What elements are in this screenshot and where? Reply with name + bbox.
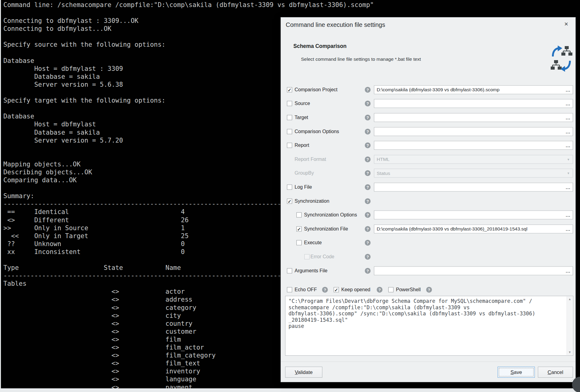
scroll-down-icon[interactable]: ▼ bbox=[567, 350, 573, 355]
arguments-file-checkbox[interactable] bbox=[287, 268, 292, 273]
field-value: D:\comp\sakila (dbfmylast-3309 vs dbfmyl… bbox=[374, 226, 564, 232]
setting-row-arguments-file: Arguments File?... bbox=[281, 264, 575, 278]
section-subtitle: Select command line file settings to man… bbox=[301, 56, 421, 62]
save-button[interactable]: Save bbox=[498, 367, 535, 378]
comparison-options-label: Comparison Options bbox=[295, 129, 339, 134]
groupby-label: GroupBy bbox=[295, 170, 314, 176]
browse-button[interactable]: ... bbox=[564, 101, 573, 106]
keep-opened-checkbox[interactable]: ✓ bbox=[334, 287, 339, 292]
help-icon[interactable]: ? bbox=[365, 87, 371, 93]
error-code-label: Error Code bbox=[310, 254, 334, 260]
source-input[interactable]: ... bbox=[374, 99, 573, 108]
browse-button[interactable]: ... bbox=[564, 115, 573, 120]
help-icon[interactable]: ? bbox=[365, 143, 371, 148]
powershell-checkbox[interactable] bbox=[388, 287, 393, 292]
field-value: HTML bbox=[374, 157, 564, 162]
setting-row-log-file: Log File?... bbox=[281, 180, 575, 194]
browse-button[interactable]: ... bbox=[564, 143, 573, 148]
help-icon[interactable]: ? bbox=[365, 114, 371, 120]
setting-row-report: Report?... bbox=[281, 138, 575, 152]
log-file-label: Log File bbox=[295, 184, 312, 190]
help-icon[interactable]: ? bbox=[365, 184, 371, 190]
check-icon: ✓ bbox=[297, 226, 301, 231]
target-checkbox[interactable] bbox=[287, 115, 292, 120]
browse-button[interactable]: ... bbox=[564, 212, 573, 218]
setting-row-source: Source?... bbox=[281, 97, 575, 111]
arguments-file-label: Arguments File bbox=[295, 268, 328, 274]
synchronization-file-checkbox[interactable]: ✓ bbox=[296, 226, 302, 231]
setting-row-comparison-options: Comparison Options?... bbox=[281, 125, 575, 139]
synchronization-label: Synchronization bbox=[295, 198, 329, 204]
field-value: Status bbox=[374, 170, 564, 176]
browse-button[interactable]: ... bbox=[564, 129, 573, 134]
close-icon[interactable]: × bbox=[562, 20, 571, 28]
help-icon[interactable]: ? bbox=[365, 198, 371, 204]
arguments-file-input[interactable]: ... bbox=[374, 266, 573, 275]
synchronization-options-checkbox[interactable] bbox=[296, 212, 302, 218]
flags-row: Echo OFF ? ✓ Keep opened ? PowerShell ? bbox=[281, 285, 575, 295]
setting-row-error-code: Error Code? bbox=[281, 250, 575, 264]
synchronization-options-input[interactable]: ... bbox=[374, 211, 573, 220]
field-value: D:\comp\sakila (dbfmylast-3309 vs dbfmyl… bbox=[374, 87, 564, 93]
help-icon[interactable]: ? bbox=[365, 268, 371, 274]
execute-label: Execute bbox=[304, 240, 322, 245]
footer-separator bbox=[281, 361, 575, 362]
validate-button[interactable]: Validate bbox=[285, 367, 322, 378]
report-checkbox[interactable] bbox=[287, 143, 292, 148]
report-input[interactable]: ... bbox=[374, 141, 573, 150]
help-icon[interactable]: ? bbox=[365, 254, 371, 260]
browse-button[interactable]: ... bbox=[564, 268, 573, 273]
report-label: Report bbox=[295, 143, 309, 148]
synchronization-file-input[interactable]: D:\comp\sakila (dbfmylast-3309 vs dbfmyl… bbox=[374, 224, 573, 233]
groupby-select: Status▼ bbox=[374, 169, 573, 178]
comparison-project-label: Comparison Project bbox=[295, 87, 338, 93]
comparison-project-input[interactable]: D:\comp\sakila (dbfmylast-3309 vs dbfmyl… bbox=[374, 85, 573, 94]
synchronization-checkbox[interactable]: ✓ bbox=[287, 198, 292, 204]
help-icon[interactable]: ? bbox=[365, 240, 371, 246]
help-icon[interactable]: ? bbox=[365, 226, 371, 232]
report-format-select: HTML▼ bbox=[374, 155, 573, 164]
scroll-up-icon[interactable]: ▲ bbox=[567, 296, 573, 302]
comparison-options-input[interactable]: ... bbox=[374, 127, 573, 136]
execute-checkbox[interactable] bbox=[296, 240, 302, 245]
browse-button[interactable]: ... bbox=[564, 226, 573, 231]
echo-off-checkbox[interactable] bbox=[287, 287, 292, 292]
command-line-settings-dialog: Command line execution file settings × S… bbox=[281, 17, 576, 382]
browse-button[interactable]: ... bbox=[564, 87, 573, 92]
comparison-project-checkbox[interactable]: ✓ bbox=[287, 87, 292, 92]
comparison-options-checkbox[interactable] bbox=[287, 129, 292, 134]
source-label: Source bbox=[295, 101, 310, 106]
browse-button[interactable]: ... bbox=[564, 184, 573, 190]
target-input[interactable]: ... bbox=[374, 113, 573, 122]
synchronization-file-label: Synchronization File bbox=[304, 226, 348, 232]
help-icon[interactable]: ? bbox=[365, 212, 371, 218]
help-icon[interactable]: ? bbox=[365, 156, 371, 162]
help-icon[interactable]: ? bbox=[365, 129, 371, 134]
bat-script-textarea[interactable]: "C:\Program Files\Devart\dbForge Schema … bbox=[285, 296, 573, 356]
bat-script-text: "C:\Program Files\Devart\dbForge Schema … bbox=[285, 296, 573, 331]
log-file-checkbox[interactable] bbox=[287, 184, 292, 190]
help-icon[interactable]: ? bbox=[322, 287, 328, 293]
echo-off-label: Echo OFF bbox=[295, 287, 317, 292]
error-code-checkbox bbox=[304, 254, 310, 259]
setting-row-synchronization-options: Synchronization Options?... bbox=[281, 208, 575, 222]
setting-row-report-format: Report Format?HTML▼ bbox=[281, 152, 575, 166]
cancel-button[interactable]: Cancel bbox=[538, 367, 573, 378]
setting-row-groupby: GroupBy?Status▼ bbox=[281, 166, 575, 180]
help-icon[interactable]: ? bbox=[377, 287, 382, 293]
help-icon[interactable]: ? bbox=[365, 101, 371, 107]
help-icon[interactable]: ? bbox=[365, 170, 371, 176]
setting-row-execute: Execute? bbox=[281, 236, 575, 250]
help-icon[interactable]: ? bbox=[426, 287, 432, 293]
textarea-scrollbar[interactable]: ▲ ▼ bbox=[567, 296, 573, 355]
powershell-label: PowerShell bbox=[396, 287, 421, 292]
setting-row-target: Target?... bbox=[281, 111, 575, 125]
dialog-title: Command line execution file settings bbox=[286, 21, 385, 28]
setting-row-synchronization-file: ✓Synchronization File?D:\comp\sakila (db… bbox=[281, 222, 575, 236]
synchronization-options-label: Synchronization Options bbox=[304, 212, 357, 218]
source-checkbox[interactable] bbox=[287, 101, 292, 106]
dropdown-arrow-icon: ▼ bbox=[564, 158, 573, 161]
log-file-input[interactable]: ... bbox=[374, 183, 573, 191]
section-title: Schema Comparison bbox=[293, 43, 346, 49]
dropdown-arrow-icon: ▼ bbox=[564, 172, 573, 175]
